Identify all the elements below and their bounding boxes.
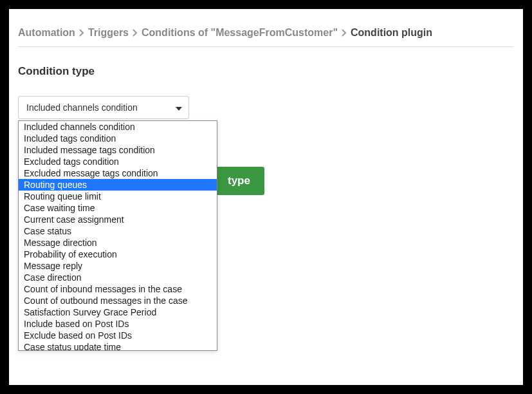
condition-type-dropdown[interactable]: Included channels conditionIncluded tags… [18,120,217,351]
dropdown-option[interactable]: Count of inbound messages in the case [19,283,217,295]
dropdown-option[interactable]: Count of outbound messages in the case [19,295,217,306]
dropdown-option[interactable]: Current case assignment [19,214,217,225]
breadcrumb-item-conditions[interactable]: Conditions of "MessageFromCustomer" [142,27,338,39]
chevron-right-icon [79,29,84,37]
chevron-right-icon [133,29,138,37]
dropdown-option[interactable]: Exclude based on Post IDs [19,330,217,341]
condition-type-select[interactable]: Included channels condition [18,96,189,119]
breadcrumb: Automation Triggers Conditions of "Messa… [18,27,514,47]
page-title: Condition type [18,65,514,78]
dropdown-option[interactable]: Message reply [19,260,217,272]
dropdown-option[interactable]: Satisfaction Survey Grace Period [19,306,217,318]
dropdown-option[interactable]: Excluded message tags condition [19,167,217,179]
breadcrumb-item-triggers[interactable]: Triggers [88,27,129,39]
dropdown-option[interactable]: Routing queue limit [19,191,217,202]
dropdown-option[interactable]: Included message tags condition [19,144,217,156]
chevron-down-icon [176,102,182,113]
dropdown-option[interactable]: Included channels condition [19,121,217,133]
dropdown-option[interactable]: Case status [19,225,217,237]
breadcrumb-item-current: Condition plugin [351,27,432,39]
condition-type-select-wrap: Included channels condition Included cha… [18,96,189,119]
dropdown-option[interactable]: Case status update time [19,341,217,351]
dropdown-option[interactable]: Message direction [19,237,217,249]
breadcrumb-item-automation[interactable]: Automation [18,27,75,39]
dropdown-option[interactable]: Case direction [19,272,217,283]
dropdown-option[interactable]: Excluded tags condition [19,156,217,167]
dropdown-option[interactable]: Probability of execution [19,249,217,260]
select-value: Included channels condition [26,102,138,113]
chevron-right-icon [342,29,347,37]
dropdown-option[interactable]: Routing queues [19,179,217,191]
dropdown-option[interactable]: Case waiting time [19,202,217,214]
submit-button[interactable]: type [214,167,264,195]
page-root: Automation Triggers Conditions of "Messa… [9,9,523,385]
dropdown-option[interactable]: Included tags condition [19,133,217,144]
dropdown-option[interactable]: Include based on Post IDs [19,318,217,330]
